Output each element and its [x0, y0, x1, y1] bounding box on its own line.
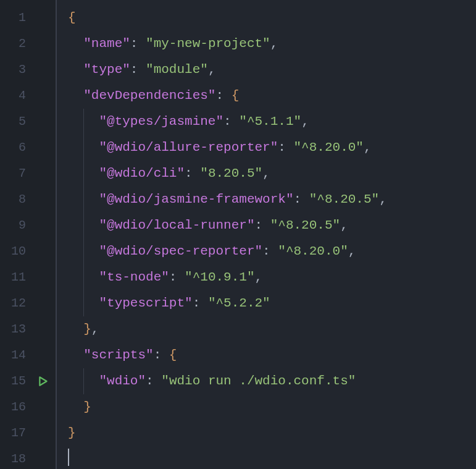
code-line: "name": "my-new-project",	[68, 31, 476, 57]
line-number-gutter: 1 2 3 4 5 6 7 8 9 10 11 12 13 14 15 16 1…	[0, 0, 31, 469]
line-number: 5	[0, 109, 31, 135]
code-line: "@wdio/allure-reporter": "^8.20.0",	[68, 135, 476, 161]
code-area[interactable]: { "name": "my-new-project", "type": "mod…	[57, 0, 476, 469]
code-line: }	[68, 420, 476, 446]
line-number: 9	[0, 213, 31, 239]
line-number: 1	[0, 5, 31, 31]
code-line: "typescript": "^5.2.2"	[68, 290, 476, 316]
code-line: "scripts": {	[68, 342, 476, 368]
line-number: 17	[0, 420, 31, 446]
line-number: 4	[0, 83, 31, 109]
code-line: },	[68, 316, 476, 342]
code-line: "type": "module",	[68, 57, 476, 83]
code-line	[68, 446, 476, 469]
line-number: 15	[0, 368, 31, 394]
line-number: 13	[0, 316, 31, 342]
code-line: }	[68, 394, 476, 420]
line-number: 16	[0, 394, 31, 420]
line-number: 10	[0, 239, 31, 264]
line-number: 7	[0, 161, 31, 187]
run-script-icon[interactable]	[38, 376, 49, 387]
run-gutter	[31, 0, 56, 469]
line-number: 2	[0, 31, 31, 57]
code-line: "@wdio/spec-reporter": "^8.20.0",	[68, 239, 476, 264]
code-line: "@wdio/jasmine-framework": "^8.20.5",	[68, 187, 476, 213]
code-line: "devDependencies": {	[68, 83, 476, 109]
code-line: "@wdio/cli": "8.20.5",	[68, 161, 476, 187]
code-line: {	[68, 5, 476, 31]
text-cursor	[68, 449, 69, 466]
line-number: 14	[0, 342, 31, 368]
line-number: 6	[0, 135, 31, 161]
code-line: "@types/jasmine": "^5.1.1",	[68, 109, 476, 135]
code-editor: 1 2 3 4 5 6 7 8 9 10 11 12 13 14 15 16 1…	[0, 0, 476, 469]
code-line: "wdio": "wdio run ./wdio.conf.ts"	[68, 368, 476, 394]
line-number: 12	[0, 290, 31, 316]
line-number: 11	[0, 264, 31, 290]
line-number: 8	[0, 187, 31, 213]
line-number: 3	[0, 57, 31, 83]
line-number: 18	[0, 446, 31, 469]
code-line: "ts-node": "^10.9.1",	[68, 264, 476, 290]
code-line: "@wdio/local-runner": "^8.20.5",	[68, 213, 476, 239]
